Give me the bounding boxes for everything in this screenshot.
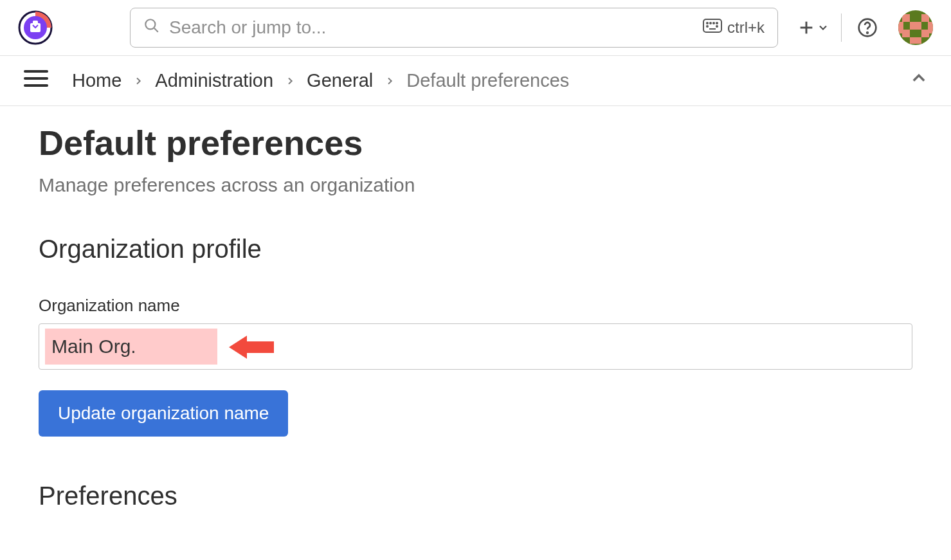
org-name-label: Organization name (39, 296, 912, 316)
search-box[interactable]: ctrl+k (130, 8, 778, 48)
svg-rect-3 (33, 21, 38, 24)
chevron-right-icon (285, 72, 295, 90)
update-org-name-button[interactable]: Update organization name (39, 390, 288, 437)
help-button[interactable] (853, 14, 882, 42)
org-profile-heading: Organization profile (39, 235, 912, 264)
search-wrapper: ctrl+k (130, 8, 778, 48)
svg-line-5 (154, 28, 158, 32)
divider (841, 14, 842, 42)
search-input[interactable] (169, 17, 694, 38)
svg-rect-24 (910, 37, 921, 44)
top-header: ctrl+k (0, 0, 951, 56)
chevron-down-icon (817, 21, 829, 34)
svg-rect-21 (910, 22, 921, 30)
chevron-right-icon (385, 72, 395, 90)
svg-point-11 (707, 26, 708, 27)
org-name-input[interactable] (39, 323, 912, 370)
breadcrumb-bar: Home Administration General Default pref… (0, 56, 951, 106)
svg-rect-25 (898, 22, 903, 33)
svg-point-17 (867, 32, 868, 33)
svg-point-8 (710, 23, 711, 24)
svg-rect-26 (928, 22, 933, 33)
page-subtitle: Manage preferences across an organizatio… (39, 174, 912, 196)
search-icon (143, 17, 160, 39)
svg-rect-19 (902, 14, 910, 22)
user-avatar[interactable] (898, 10, 933, 45)
page-title: Default preferences (39, 123, 912, 163)
breadcrumb-general[interactable]: General (307, 70, 373, 91)
svg-point-12 (716, 26, 718, 27)
sidebar-toggle-button[interactable] (23, 69, 49, 93)
top-actions (797, 10, 933, 45)
svg-point-9 (713, 23, 714, 24)
search-shortcut-hint: ctrl+k (703, 19, 765, 37)
keyboard-icon (703, 19, 722, 37)
breadcrumb-administration[interactable]: Administration (155, 70, 273, 91)
shortcut-text: ctrl+k (727, 19, 765, 37)
svg-rect-20 (921, 14, 929, 22)
app-logo[interactable] (18, 10, 53, 45)
breadcrumb-current: Default preferences (406, 70, 569, 91)
chevron-right-icon (133, 72, 143, 90)
main-content: Default preferences Manage preferences a… (0, 106, 951, 527)
svg-point-10 (716, 23, 718, 24)
preferences-heading: Preferences (39, 482, 912, 510)
org-name-field-wrap: Main Org. (39, 323, 912, 370)
svg-rect-6 (703, 19, 721, 32)
breadcrumb-home[interactable]: Home (72, 70, 122, 91)
svg-point-7 (707, 23, 708, 24)
collapse-button[interactable] (910, 69, 928, 92)
create-new-button[interactable] (797, 14, 829, 42)
svg-point-4 (145, 19, 155, 29)
